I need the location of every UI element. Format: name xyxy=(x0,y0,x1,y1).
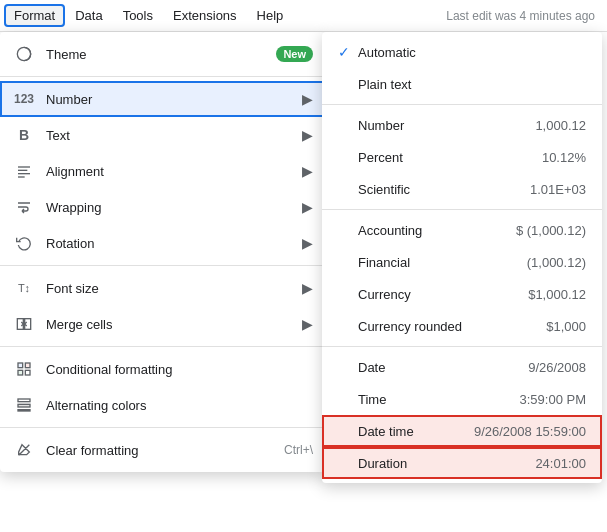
financial-label: Financial xyxy=(358,255,519,270)
svg-rect-3 xyxy=(18,173,30,174)
sub-divider-1 xyxy=(322,104,602,105)
sub-item-number[interactable]: Number 1,000.12 xyxy=(322,109,602,141)
merge-cells-label: Merge cells xyxy=(46,317,298,332)
check-icon: ✓ xyxy=(338,44,358,60)
menu-item-number[interactable]: 123 Number ▶ xyxy=(0,81,325,117)
sub-divider-3 xyxy=(322,346,602,347)
sub-item-duration[interactable]: Duration 24:01:00 xyxy=(322,447,602,479)
sub-item-financial[interactable]: Financial (1,000.12) xyxy=(322,246,602,278)
scientific-label: Scientific xyxy=(358,182,522,197)
clear-shortcut: Ctrl+\ xyxy=(284,443,313,457)
svg-rect-10 xyxy=(25,370,30,375)
percent-value: 10.12% xyxy=(542,150,586,165)
date-label: Date xyxy=(358,360,520,375)
sub-item-automatic[interactable]: ✓ Automatic xyxy=(322,36,602,68)
divider-4 xyxy=(0,427,325,428)
divider-3 xyxy=(0,346,325,347)
menu-item-merge-cells[interactable]: Merge cells ▶ xyxy=(0,306,325,342)
sub-item-percent[interactable]: Percent 10.12% xyxy=(322,141,602,173)
menu-item-theme[interactable]: Theme New xyxy=(0,36,325,72)
currency-rounded-label: Currency rounded xyxy=(358,319,538,334)
menu-item-alternating[interactable]: Alternating colors xyxy=(0,387,325,423)
new-badge: New xyxy=(276,46,313,62)
time-label: Time xyxy=(358,392,512,407)
menu-format[interactable]: Format xyxy=(4,4,65,27)
currency-value: $1,000.12 xyxy=(528,287,586,302)
plain-text-label: Plain text xyxy=(358,77,578,92)
menu-extensions[interactable]: Extensions xyxy=(163,4,247,27)
duration-value: 24:01:00 xyxy=(535,456,586,471)
text-label: Text xyxy=(46,128,298,143)
number-icon: 123 xyxy=(12,87,36,111)
menu-tools[interactable]: Tools xyxy=(113,4,163,27)
automatic-label: Automatic xyxy=(358,45,578,60)
rotation-arrow: ▶ xyxy=(302,235,313,251)
percent-label: Percent xyxy=(358,150,534,165)
sub-item-currency-rounded[interactable]: Currency rounded $1,000 xyxy=(322,310,602,342)
menu-item-alignment[interactable]: Alignment ▶ xyxy=(0,153,325,189)
number-arrow: ▶ xyxy=(302,91,313,107)
svg-rect-7 xyxy=(18,363,23,368)
menu-item-clear[interactable]: Clear formatting Ctrl+\ xyxy=(0,432,325,468)
menu-item-font-size[interactable]: T↕ Font size ▶ xyxy=(0,270,325,306)
rotation-label: Rotation xyxy=(46,236,298,251)
sub-item-date-time[interactable]: Date time 9/26/2008 15:59:00 xyxy=(322,415,602,447)
menu-data[interactable]: Data xyxy=(65,4,112,27)
number-submenu: ✓ Automatic Plain text Number 1,000.12 P… xyxy=(322,32,602,483)
sub-item-accounting[interactable]: Accounting $ (1,000.12) xyxy=(322,214,602,246)
svg-rect-12 xyxy=(18,404,30,407)
accounting-value: $ (1,000.12) xyxy=(516,223,586,238)
divider-1 xyxy=(0,76,325,77)
font-size-arrow: ▶ xyxy=(302,280,313,296)
clear-label: Clear formatting xyxy=(46,443,276,458)
clear-icon xyxy=(12,438,36,462)
divider-2 xyxy=(0,265,325,266)
number-label: Number xyxy=(46,92,298,107)
sub-item-time[interactable]: Time 3:59:00 PM xyxy=(322,383,602,415)
menu-item-wrapping[interactable]: Wrapping ▶ xyxy=(0,189,325,225)
rotation-icon xyxy=(12,231,36,255)
theme-icon xyxy=(12,42,36,66)
menu-help[interactable]: Help xyxy=(247,4,294,27)
theme-label: Theme xyxy=(46,47,276,62)
alignment-label: Alignment xyxy=(46,164,298,179)
menu-item-conditional[interactable]: Conditional formatting xyxy=(0,351,325,387)
scientific-value: 1.01E+03 xyxy=(530,182,586,197)
sub-item-plain-text[interactable]: Plain text xyxy=(322,68,602,100)
alternating-icon xyxy=(12,393,36,417)
wrapping-icon xyxy=(12,195,36,219)
text-arrow: ▶ xyxy=(302,127,313,143)
number-format-value: 1,000.12 xyxy=(535,118,586,133)
currency-rounded-value: $1,000 xyxy=(546,319,586,334)
wrapping-arrow: ▶ xyxy=(302,199,313,215)
merge-cells-arrow: ▶ xyxy=(302,316,313,332)
date-value: 9/26/2008 xyxy=(528,360,586,375)
time-value: 3:59:00 PM xyxy=(520,392,587,407)
accounting-label: Accounting xyxy=(358,223,508,238)
menubar: Format Data Tools Extensions Help Last e… xyxy=(0,0,607,32)
menu-item-rotation[interactable]: Rotation ▶ xyxy=(0,225,325,261)
font-size-icon: T↕ xyxy=(12,276,36,300)
sub-item-scientific[interactable]: Scientific 1.01E+03 xyxy=(322,173,602,205)
sub-item-currency[interactable]: Currency $1,000.12 xyxy=(322,278,602,310)
svg-rect-4 xyxy=(18,176,25,177)
last-edit-text: Last edit was 4 minutes ago xyxy=(446,9,595,23)
date-time-label: Date time xyxy=(358,424,466,439)
merge-cells-icon xyxy=(12,312,36,336)
font-size-label: Font size xyxy=(46,281,298,296)
text-icon: B xyxy=(12,123,36,147)
svg-rect-1 xyxy=(18,166,30,167)
sub-item-date[interactable]: Date 9/26/2008 xyxy=(322,351,602,383)
svg-rect-9 xyxy=(18,370,23,375)
alternating-label: Alternating colors xyxy=(46,398,313,413)
currency-label: Currency xyxy=(358,287,520,302)
format-dropdown: Theme New 123 Number ▶ B Text ▶ Alignmen… xyxy=(0,32,325,472)
alignment-arrow: ▶ xyxy=(302,163,313,179)
svg-rect-8 xyxy=(25,363,30,368)
menu-item-text[interactable]: B Text ▶ xyxy=(0,117,325,153)
sub-divider-2 xyxy=(322,209,602,210)
wrapping-label: Wrapping xyxy=(46,200,298,215)
svg-rect-11 xyxy=(18,399,30,402)
date-time-value: 9/26/2008 15:59:00 xyxy=(474,424,586,439)
svg-rect-13 xyxy=(18,410,30,411)
